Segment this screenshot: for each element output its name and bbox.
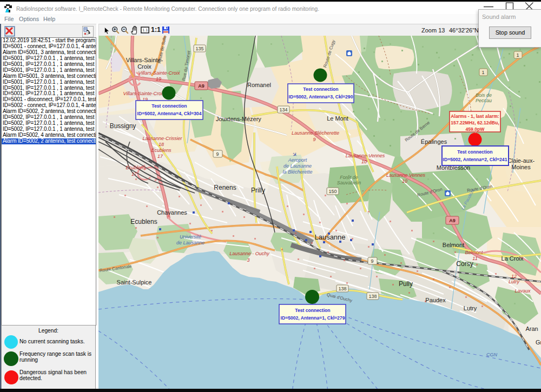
svg-text:18: 18 [159, 142, 164, 147]
svg-text:Test connection: Test connection [295, 308, 330, 313]
svg-text:17: 17 [157, 154, 163, 159]
svg-text:Ecublens: Ecublens [130, 218, 157, 225]
svg-text:Le Mont: Le Mont [327, 115, 348, 122]
svg-text:Claie-aux-: Claie-aux- [507, 157, 535, 164]
svg-text:Épalinges: Épalinges [421, 138, 447, 145]
svg-text:Belmont: Belmont [465, 250, 483, 255]
svg-text:Paudex: Paudex [425, 297, 446, 303]
svg-text:Belmont: Belmont [443, 242, 464, 248]
svg-text:Lausanne: Lausanne [314, 233, 345, 241]
svg-text:1: 1 [516, 52, 519, 58]
svg-text:Moines: Moines [511, 164, 531, 170]
svg-text:Alarms - 1, last alarm:: Alarms - 1, last alarm: [451, 114, 499, 119]
svg-text:Test connection: Test connection [151, 103, 187, 109]
svg-text:150: 150 [328, 189, 337, 194]
svg-text:Lausanne-Vennes: Lausanne-Vennes [346, 153, 385, 158]
svg-text:Peccau: Peccau [476, 98, 492, 103]
svg-text:de Lausanne: de Lausanne [176, 240, 204, 245]
svg-text:Lausanne-Crissier: Lausanne-Crissier [142, 136, 182, 141]
svg-text:9: 9 [216, 151, 219, 157]
svg-text:134: 134 [279, 107, 287, 112]
svg-text:11: 11 [472, 256, 477, 261]
svg-text:459.0pW: 459.0pW [466, 127, 485, 132]
svg-text:Forêt de: Forêt de [340, 175, 358, 180]
svg-text:157.22MHz, 62.12dBu,: 157.22MHz, 62.12dBu, [451, 120, 499, 125]
svg-text:Saint-Sulpice: Saint-Sulpice [117, 279, 152, 285]
svg-text:19: 19 [156, 76, 161, 82]
svg-text:ID=5002, Antenna=3, Ckl=290: ID=5002, Antenna=3, Ckl=290 [289, 94, 353, 99]
svg-text:Croix: Croix [137, 63, 151, 70]
svg-text:La Croix: La Croix [502, 255, 524, 262]
svg-text:la Blécherette: la Blécherette [282, 169, 312, 175]
svg-text:Chavannes: Chavannes [157, 209, 187, 216]
svg-text:Lavaux: Lavaux [514, 288, 531, 294]
svg-text:135: 135 [195, 46, 203, 51]
svg-text:138: 138 [338, 286, 346, 291]
svg-text:Lausanne - Ouchy: Lausanne - Ouchy [229, 251, 269, 256]
svg-text:Jouxtens-Mézery: Jouxtens-Mézery [216, 116, 261, 122]
svg-text:Prilly: Prilly [251, 187, 265, 194]
svg-text:Villars-Sainte-Croix: Villars-Sainte-Croix [123, 91, 165, 96]
svg-text:Lausanne Vennes: Lausanne Vennes [386, 172, 426, 178]
svg-text:Corsy: Corsy [456, 260, 473, 268]
svg-text:10: 10 [402, 178, 407, 184]
svg-text:Bois de: Bois de [476, 92, 492, 98]
svg-text:ID=5002, Antenna=2, Ckl=241: ID=5002, Antenna=2, Ckl=241 [443, 157, 507, 162]
svg-text:10: 10 [361, 159, 367, 164]
svg-text:ID=5002, Antenna=1, Ckl=279: ID=5002, Antenna=1, Ckl=279 [281, 315, 345, 321]
svg-text:Aran: Aran [525, 325, 538, 332]
svg-text:Université: Université [180, 234, 201, 240]
svg-text:Pully: Pully [399, 280, 413, 288]
svg-text:A9: A9 [198, 83, 204, 89]
svg-text:1: 1 [481, 70, 484, 75]
svg-text:Villars-Sainte-Croix: Villars-Sainte-Croix [138, 70, 180, 76]
svg-text:1.1: 1.1 [142, 28, 148, 32]
svg-text:138: 138 [368, 294, 377, 299]
svg-text:Bussigny: Bussigny [110, 122, 136, 130]
svg-text:9: 9 [371, 258, 373, 264]
svg-text:Lausanne-Blécherette: Lausanne-Blécherette [292, 130, 339, 136]
svg-text:17: 17 [131, 171, 137, 177]
svg-text:12: 12 [511, 274, 517, 279]
svg-text:Lutry: Lutry [509, 279, 520, 284]
svg-text:Renens: Renens [214, 184, 236, 191]
svg-text:CGN: CGN [486, 352, 498, 357]
svg-text:Romanel: Romanel [247, 82, 271, 88]
svg-text:Test connection: Test connection [457, 149, 492, 155]
svg-text:de Lausanne: de Lausanne [283, 163, 312, 169]
svg-text:Test connection: Test connection [303, 87, 338, 92]
svg-text:Sauvabelin: Sauvabelin [337, 180, 361, 185]
svg-text:ID=5002, Antenna=4, Ckl=304: ID=5002, Antenna=4, Ckl=304 [137, 111, 202, 116]
svg-text:Écublens: Écublens [151, 148, 171, 153]
svg-text:Gr: Gr [536, 339, 541, 346]
svg-text:Écublens: Écublens [126, 165, 146, 170]
svg-text:3: 3 [247, 257, 249, 263]
svg-text:Aeroport: Aeroport [288, 157, 307, 163]
svg-text:A9: A9 [449, 218, 456, 223]
svg-text:9: 9 [313, 137, 315, 142]
svg-text:Lutry: Lutry [464, 305, 477, 311]
